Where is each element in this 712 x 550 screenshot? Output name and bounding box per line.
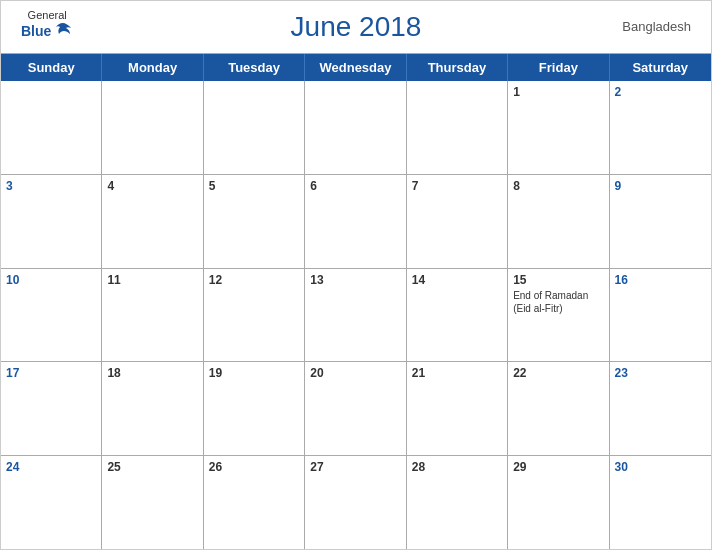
day-header-sunday: Sunday — [1, 54, 102, 81]
day-cell-24: 24 — [1, 456, 102, 549]
day-header-monday: Monday — [102, 54, 203, 81]
event-label: End of Ramadan (Eid al-Fitr) — [513, 289, 603, 315]
day-cell-4: 4 — [102, 175, 203, 268]
day-number: 6 — [310, 179, 400, 193]
week-row-4: 17181920212223 — [1, 362, 711, 456]
day-cell-20: 20 — [305, 362, 406, 455]
day-number: 28 — [412, 460, 502, 474]
day-number: 5 — [209, 179, 299, 193]
country-label: Bangladesh — [622, 19, 691, 34]
day-cell-empty-2 — [204, 81, 305, 174]
day-cell-8: 8 — [508, 175, 609, 268]
day-cell-15: 15End of Ramadan (Eid al-Fitr) — [508, 269, 609, 362]
day-cell-25: 25 — [102, 456, 203, 549]
week-row-1: 12 — [1, 81, 711, 175]
day-cell-2: 2 — [610, 81, 711, 174]
day-cell-29: 29 — [508, 456, 609, 549]
logo-bird-icon — [53, 21, 73, 41]
logo-general: General — [28, 9, 67, 21]
day-number: 15 — [513, 273, 603, 287]
day-cell-11: 11 — [102, 269, 203, 362]
week-row-5: 24252627282930 — [1, 456, 711, 549]
day-number: 18 — [107, 366, 197, 380]
day-number: 22 — [513, 366, 603, 380]
day-cell-18: 18 — [102, 362, 203, 455]
day-cell-empty-0 — [1, 81, 102, 174]
day-number: 8 — [513, 179, 603, 193]
day-number: 16 — [615, 273, 706, 287]
day-number: 21 — [412, 366, 502, 380]
day-cell-27: 27 — [305, 456, 406, 549]
day-number: 3 — [6, 179, 96, 193]
day-cell-1: 1 — [508, 81, 609, 174]
logo-blue: Blue — [21, 23, 51, 39]
day-cell-3: 3 — [1, 175, 102, 268]
day-number: 30 — [615, 460, 706, 474]
day-number: 9 — [615, 179, 706, 193]
day-number: 25 — [107, 460, 197, 474]
day-cell-14: 14 — [407, 269, 508, 362]
day-header-wednesday: Wednesday — [305, 54, 406, 81]
day-headers-row: SundayMondayTuesdayWednesdayThursdayFrid… — [1, 54, 711, 81]
day-cell-21: 21 — [407, 362, 508, 455]
day-number: 27 — [310, 460, 400, 474]
day-number: 1 — [513, 85, 603, 99]
day-number: 10 — [6, 273, 96, 287]
day-cell-19: 19 — [204, 362, 305, 455]
day-cell-17: 17 — [1, 362, 102, 455]
day-cell-6: 6 — [305, 175, 406, 268]
week-row-3: 101112131415End of Ramadan (Eid al-Fitr)… — [1, 269, 711, 363]
day-cell-9: 9 — [610, 175, 711, 268]
day-number: 29 — [513, 460, 603, 474]
day-number: 19 — [209, 366, 299, 380]
day-cell-12: 12 — [204, 269, 305, 362]
day-cell-22: 22 — [508, 362, 609, 455]
day-number: 20 — [310, 366, 400, 380]
weeks-container: 123456789101112131415End of Ramadan (Eid… — [1, 81, 711, 549]
day-number: 12 — [209, 273, 299, 287]
day-number: 26 — [209, 460, 299, 474]
day-number: 14 — [412, 273, 502, 287]
logo: General Blue — [21, 9, 73, 41]
calendar-grid: SundayMondayTuesdayWednesdayThursdayFrid… — [1, 53, 711, 549]
day-cell-empty-3 — [305, 81, 406, 174]
day-cell-empty-4 — [407, 81, 508, 174]
day-cell-13: 13 — [305, 269, 406, 362]
day-cell-23: 23 — [610, 362, 711, 455]
day-header-thursday: Thursday — [407, 54, 508, 81]
day-number: 23 — [615, 366, 706, 380]
day-number: 2 — [615, 85, 706, 99]
calendar-container: General Blue June 2018 Bangladesh Sunday… — [0, 0, 712, 550]
calendar-header: General Blue June 2018 Bangladesh — [1, 1, 711, 53]
day-header-friday: Friday — [508, 54, 609, 81]
day-cell-empty-1 — [102, 81, 203, 174]
day-cell-28: 28 — [407, 456, 508, 549]
day-number: 7 — [412, 179, 502, 193]
calendar-title: June 2018 — [291, 11, 422, 43]
day-cell-26: 26 — [204, 456, 305, 549]
day-number: 24 — [6, 460, 96, 474]
day-cell-16: 16 — [610, 269, 711, 362]
day-header-saturday: Saturday — [610, 54, 711, 81]
day-cell-10: 10 — [1, 269, 102, 362]
day-number: 13 — [310, 273, 400, 287]
day-cell-5: 5 — [204, 175, 305, 268]
day-number: 17 — [6, 366, 96, 380]
day-number: 11 — [107, 273, 197, 287]
day-number: 4 — [107, 179, 197, 193]
day-cell-7: 7 — [407, 175, 508, 268]
day-header-tuesday: Tuesday — [204, 54, 305, 81]
week-row-2: 3456789 — [1, 175, 711, 269]
day-cell-30: 30 — [610, 456, 711, 549]
